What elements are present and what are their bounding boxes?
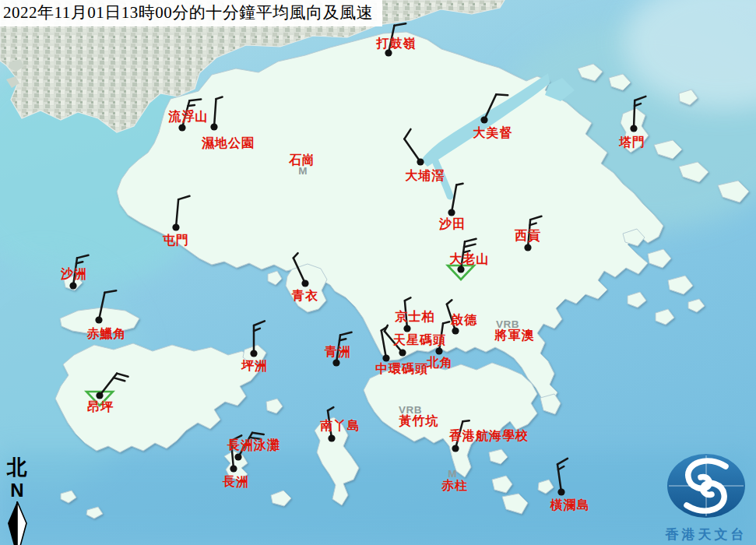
station-label-waglan-island: 橫瀾島 (550, 498, 590, 514)
north-compass: 北 N (3, 454, 31, 545)
wind-map: 打鼓嶺流浮山濕地公園石崗大美督塔門大埔滘沙田屯門沙洲西貢大老山青衣赤鱲角京士柏啟… (0, 0, 756, 545)
station-label-peng-chau: 坪洲 (241, 358, 268, 374)
station-label-ngong-ping: 昂坪 (87, 399, 114, 416)
station-label-hk-sea-school: 香港航海學校 (449, 428, 529, 445)
station-label-tsing-yi: 青衣 (292, 288, 318, 304)
map-annotation-vrb-1: VRB (496, 318, 519, 330)
north-chinese-label: 北 (7, 454, 27, 481)
station-label-sai-kung: 西貢 (515, 228, 541, 244)
map-annotation-m-3: M (448, 468, 457, 480)
map-annotation-vrb-2: VRB (399, 404, 422, 416)
map-title: 2022年11月01日13時00分的十分鐘平均風向及風速 (0, 0, 382, 26)
station-label-north-point: 北角 (427, 355, 453, 371)
station-label-tuen-mun: 屯門 (163, 233, 189, 249)
station-label-cheung-chau: 長洲 (223, 474, 249, 490)
station-label-wetland-park: 濕地公園 (202, 135, 255, 152)
station-label-sha-chau: 沙洲 (61, 266, 87, 283)
station-label-tai-po-kau: 大埔滘 (406, 168, 445, 185)
station-label-star-ferry: 天星碼頭 (393, 332, 446, 349)
station-label-kings-park: 京士柏 (396, 309, 435, 325)
station-label-lau-fau-shan: 流浮山 (169, 109, 209, 125)
north-arrow-icon (5, 501, 29, 545)
station-labels-layer: 打鼓嶺流浮山濕地公園石崗大美督塔門大埔滘沙田屯門沙洲西貢大老山青衣赤鱲角京士柏啟… (0, 0, 756, 545)
station-label-chek-lap-kok: 赤鱲角 (87, 326, 127, 343)
map-annotation-m-0: M (298, 165, 308, 177)
station-label-lamma-island: 南丫島 (321, 418, 360, 434)
hko-logo-icon (656, 450, 756, 522)
station-label-ta-kwu-ling: 打鼓嶺 (377, 36, 417, 52)
station-label-sha-tin: 沙田 (439, 216, 466, 233)
station-label-kai-tak: 啟德 (451, 312, 477, 329)
station-label-cheung-chau-beach: 長洲泳灘 (227, 438, 280, 454)
station-label-tates-cairn: 大老山 (450, 251, 490, 268)
hko-logo: 香港天文台 HONG KONG OBSERVATORY (656, 450, 756, 545)
hko-name-chinese: 香港天文台 (656, 526, 756, 543)
station-label-green-island: 青洲 (325, 344, 351, 360)
north-letter-label: N (10, 480, 23, 501)
station-label-central-pier: 中環碼頭 (375, 361, 428, 378)
station-label-wong-chuk-hang: 黃竹坑 (399, 413, 439, 430)
station-label-tap-mun: 塔門 (619, 135, 645, 151)
station-label-tai-mei-tuk: 大美督 (473, 125, 513, 142)
station-label-tseung-kwan-o: 將軍澳 (495, 328, 535, 344)
station-label-stanley: 赤柱 (441, 478, 468, 494)
